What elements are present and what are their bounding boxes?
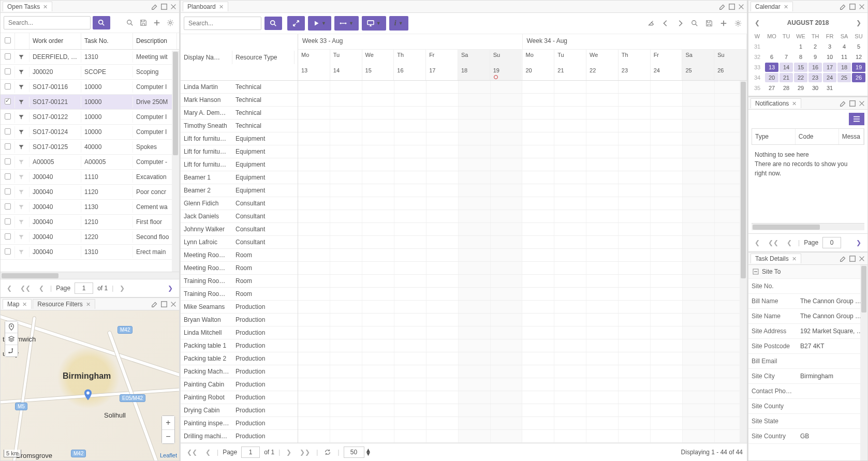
maximize-icon[interactable] [849, 255, 856, 262]
schedule-cell[interactable] [362, 171, 394, 184]
cal-day[interactable]: 16 [808, 63, 822, 72]
schedule-cell[interactable] [619, 262, 651, 274]
table-row[interactable]: DEERFIELD, 8…1310Meeting wit [1, 50, 179, 65]
filter-icon[interactable] [18, 204, 24, 210]
schedule-cell[interactable] [459, 365, 491, 378]
schedule-cell[interactable] [554, 236, 586, 248]
schedule-cell[interactable] [619, 197, 651, 210]
resource-row[interactable]: Painting CabinProduction [181, 378, 298, 391]
info-button[interactable]: i▼ [389, 16, 408, 31]
schedule-cell[interactable] [426, 171, 459, 184]
schedule-cell[interactable] [619, 249, 651, 261]
schedule-cell[interactable] [683, 223, 715, 235]
schedule-cell[interactable] [619, 132, 651, 145]
schedule-cell[interactable] [586, 197, 619, 210]
col-work-order[interactable]: Work order [30, 33, 81, 49]
row-checkbox[interactable] [5, 188, 11, 195]
schedule-cell[interactable] [522, 107, 554, 119]
schedule-cell[interactable] [683, 288, 715, 300]
nav-forward-icon[interactable] [674, 18, 686, 29]
schedule-cell[interactable] [394, 249, 426, 261]
cal-day[interactable]: 9 [808, 52, 822, 62]
schedule-cell[interactable] [426, 210, 459, 222]
schedule-cell[interactable] [362, 107, 394, 119]
schedule-cell[interactable] [426, 120, 459, 132]
schedule-cell[interactable] [651, 378, 683, 391]
schedule-cell[interactable] [651, 262, 683, 274]
schedule-cell[interactable] [330, 262, 362, 274]
schedule-cell[interactable] [651, 145, 683, 158]
schedule-cell[interactable] [394, 184, 426, 197]
schedule-cell[interactable] [330, 158, 362, 171]
schedule-cell[interactable] [651, 107, 683, 119]
schedule-cell[interactable] [459, 158, 491, 171]
schedule-cell[interactable] [522, 120, 554, 132]
resource-row[interactable]: Glenn FidichConsultant [181, 197, 298, 210]
schedule-cell[interactable] [362, 158, 394, 171]
schedule-cell[interactable] [330, 223, 362, 235]
schedule-cell[interactable] [394, 120, 426, 132]
schedule-cell[interactable] [619, 301, 651, 313]
schedule-cell[interactable] [330, 417, 362, 429]
schedule-cell[interactable] [586, 314, 619, 326]
resource-row[interactable]: Mike SeamansProduction [181, 301, 298, 314]
schedule-row[interactable] [298, 378, 747, 391]
table-row[interactable]: SO17-0012210000Computer I [1, 110, 179, 125]
schedule-cell[interactable] [426, 417, 459, 429]
screen-button[interactable]: ▼ [362, 16, 386, 31]
row-checkbox[interactable] [5, 83, 11, 90]
close-icon[interactable]: ✕ [792, 100, 797, 107]
table-row[interactable]: J000401110Excavation [1, 170, 179, 185]
schedule-cell[interactable] [586, 210, 619, 222]
select-all-checkbox[interactable] [5, 37, 11, 43]
schedule-cell[interactable] [522, 378, 554, 391]
schedule-cell[interactable] [554, 184, 586, 197]
schedule-cell[interactable] [586, 365, 619, 378]
resource-row[interactable]: Timothy SneathTechnical [181, 120, 298, 132]
schedule-cell[interactable] [651, 171, 683, 184]
cal-day[interactable]: 7 [779, 52, 793, 62]
schedule-cell[interactable] [491, 107, 523, 119]
schedule-cell[interactable] [683, 314, 715, 326]
schedule-cell[interactable] [683, 378, 715, 391]
schedule-cell[interactable] [522, 94, 554, 106]
schedule-cell[interactable] [491, 326, 523, 339]
schedule-cell[interactable] [651, 417, 683, 429]
schedule-cell[interactable] [651, 288, 683, 300]
resource-row[interactable]: Beamer 1Equipment [181, 171, 298, 184]
schedule-row[interactable] [298, 262, 747, 275]
schedule-cell[interactable] [619, 314, 651, 326]
edit-icon[interactable] [719, 3, 726, 10]
schedule-cell[interactable] [554, 430, 586, 442]
search-input[interactable] [4, 16, 91, 29]
schedule-cell[interactable] [362, 197, 394, 210]
schedule-cell[interactable] [683, 301, 715, 313]
schedule-cell[interactable] [651, 404, 683, 417]
schedule-cell[interactable] [459, 120, 491, 132]
add-icon[interactable] [718, 18, 729, 29]
edit-icon[interactable] [840, 3, 847, 10]
row-checkbox[interactable] [5, 203, 11, 210]
page-input[interactable] [241, 447, 260, 458]
schedule-row[interactable] [298, 132, 747, 145]
close-icon[interactable]: ✕ [22, 301, 27, 308]
schedule-row[interactable] [298, 158, 747, 171]
add-icon[interactable] [151, 17, 163, 28]
schedule-cell[interactable] [522, 365, 554, 378]
schedule-row[interactable] [298, 430, 747, 443]
schedule-cell[interactable] [459, 430, 491, 442]
schedule-cell[interactable] [426, 107, 459, 119]
schedule-cell[interactable] [619, 145, 651, 158]
schedule-cell[interactable] [683, 94, 715, 106]
expand-button[interactable] [287, 16, 305, 31]
schedule-cell[interactable] [619, 236, 651, 248]
schedule-cell[interactable] [362, 314, 394, 326]
schedule-cell[interactable] [522, 236, 554, 248]
schedule-cell[interactable] [522, 339, 554, 352]
resource-row[interactable]: Johnny WalkerConsultant [181, 223, 298, 236]
next-page-icon[interactable]: ❯ [284, 448, 293, 457]
row-checkbox[interactable] [5, 248, 11, 255]
schedule-cell[interactable] [619, 352, 651, 365]
schedule-cell[interactable] [426, 352, 459, 365]
row-checkbox[interactable] [5, 128, 11, 135]
